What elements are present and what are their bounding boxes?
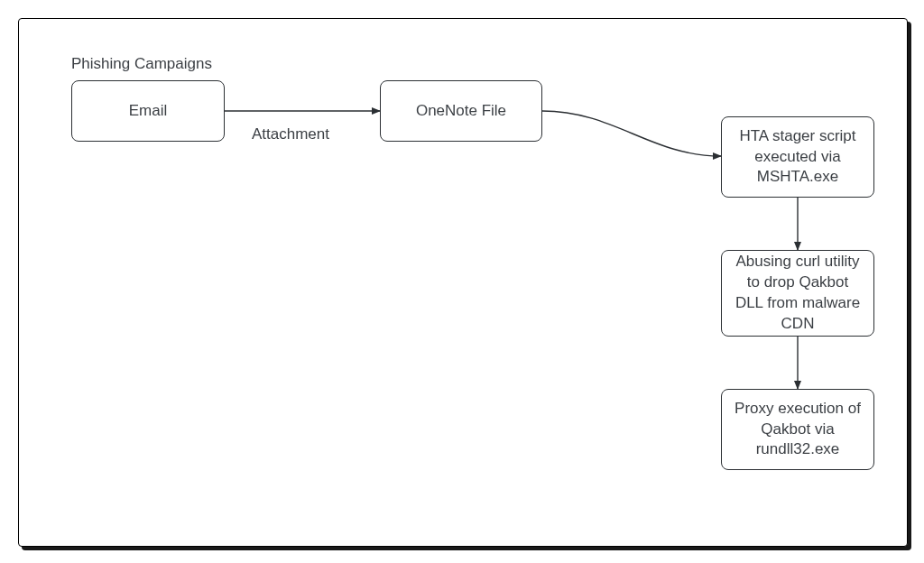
node-curl: Abusing curl utility to drop Qakbot DLL …: [721, 250, 874, 337]
node-email-label: Email: [129, 101, 168, 122]
node-onenote-label: OneNote File: [416, 101, 506, 122]
diagram-title: Phishing Campaigns: [71, 55, 212, 73]
diagram-frame: Phishing Campaigns Email OneNote File HT…: [18, 18, 908, 547]
node-hta-label: HTA stager script executed via MSHTA.exe: [731, 126, 864, 189]
node-hta: HTA stager script executed via MSHTA.exe: [721, 116, 874, 198]
diagram-canvas: Phishing Campaigns Email OneNote File HT…: [0, 0, 924, 563]
node-email: Email: [71, 80, 225, 142]
node-onenote: OneNote File: [380, 80, 542, 142]
node-rundll-label: Proxy execution of Qakbot via rundll32.e…: [731, 399, 864, 461]
node-curl-label: Abusing curl utility to drop Qakbot DLL …: [731, 252, 864, 335]
arrow-onenote-hta: [542, 111, 721, 156]
node-rundll: Proxy execution of Qakbot via rundll32.e…: [721, 389, 874, 470]
edge-attachment-label: Attachment: [252, 125, 329, 143]
